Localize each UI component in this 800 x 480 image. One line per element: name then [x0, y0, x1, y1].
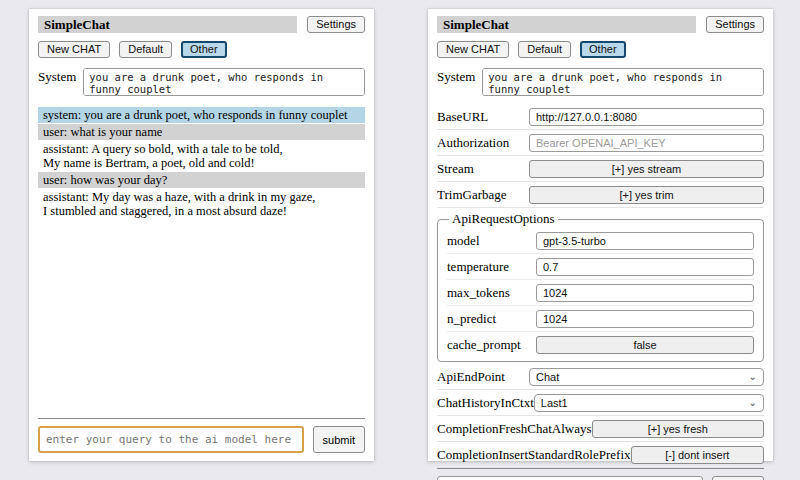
cache-prompt-toggle-button[interactable]: false — [536, 336, 754, 354]
settings-list: BaseURL Authorization Stream [+] yes str… — [437, 104, 764, 468]
query-row: submit — [38, 426, 365, 453]
model-label: model — [447, 233, 480, 249]
apiendpoint-selected-value: Chat — [536, 371, 559, 383]
settings-button[interactable]: Settings — [307, 16, 365, 33]
setting-row-model: model — [447, 228, 754, 254]
query-input[interactable] — [38, 426, 304, 453]
chat-message-assistant: assistant: A query so bold, with a tale … — [38, 141, 365, 171]
chat-messages: system: you are a drunk poet, who respon… — [38, 107, 365, 418]
title-bar: SimpleChat Settings — [38, 16, 365, 33]
query-block: submit — [38, 418, 365, 453]
title-bar: SimpleChat Settings — [437, 16, 764, 33]
api-request-options-legend: ApiRequestOptions — [449, 211, 558, 227]
chat-message-user: user: how was your day? — [38, 172, 365, 188]
setting-row-apiendpoint: ApiEndPoint Chat ⌄ — [437, 364, 764, 390]
setting-row-baseurl: BaseURL — [437, 104, 764, 130]
authorization-label: Authorization — [437, 135, 509, 151]
settings-button[interactable]: Settings — [706, 16, 764, 33]
system-label: System — [38, 68, 76, 96]
new-chat-button[interactable]: New CHAT — [437, 41, 509, 58]
session-buttons-row: New CHAT Default Other — [437, 41, 764, 58]
setting-row-stream: Stream [+] yes stream — [437, 156, 764, 182]
api-request-options-fieldset: ApiRequestOptions model temperature max_… — [437, 211, 764, 362]
submit-button[interactable]: submit — [712, 476, 764, 480]
baseurl-label: BaseURL — [437, 109, 488, 125]
setting-row-n-predict: n_predict — [447, 306, 754, 332]
setting-row-completionfreshchatalways: CompletionFreshChatAlways [+] yes fresh — [437, 416, 764, 442]
max-tokens-input[interactable] — [536, 284, 754, 302]
divider — [38, 418, 365, 419]
chathistoryinctxt-select[interactable]: Last1 ⌄ — [534, 394, 764, 412]
temperature-label: temperature — [447, 259, 509, 275]
settings-panel: SimpleChat Settings New CHAT Default Oth… — [428, 9, 773, 461]
model-input[interactable] — [536, 232, 754, 250]
session-default-button[interactable]: Default — [518, 41, 571, 58]
setting-row-cache-prompt: cache_prompt false — [447, 332, 754, 357]
apiendpoint-label: ApiEndPoint — [437, 369, 505, 385]
completionfreshchatalways-toggle-button[interactable]: [+] yes fresh — [592, 420, 764, 438]
system-prompt-row: System you are a drunk poet, who respond… — [38, 68, 365, 96]
session-default-button[interactable]: Default — [119, 41, 172, 58]
stream-toggle-button[interactable]: [+] yes stream — [529, 160, 764, 178]
trimgarbage-toggle-button[interactable]: [+] yes trim — [529, 186, 764, 204]
session-other-button[interactable]: Other — [181, 41, 227, 58]
completionfreshchatalways-label: CompletionFreshChatAlways — [437, 421, 592, 437]
setting-row-max-tokens: max_tokens — [447, 280, 754, 306]
authorization-input[interactable] — [529, 134, 764, 152]
app-title: SimpleChat — [437, 16, 696, 33]
divider — [437, 468, 764, 469]
new-chat-button[interactable]: New CHAT — [38, 41, 110, 58]
cache-prompt-label: cache_prompt — [447, 337, 521, 353]
system-prompt-row: System you are a drunk poet, who respond… — [437, 68, 764, 96]
stream-label: Stream — [437, 161, 474, 177]
chat-message-assistant: assistant: My day was a haze, with a dri… — [38, 189, 365, 219]
n-predict-input[interactable] — [536, 310, 754, 328]
setting-row-chathistoryinctxt: ChatHistoryInCtxt Last1 ⌄ — [437, 390, 764, 416]
chevron-down-icon: ⌄ — [749, 372, 757, 382]
system-label: System — [437, 68, 475, 96]
submit-button[interactable]: submit — [313, 426, 365, 453]
session-other-button[interactable]: Other — [580, 41, 626, 58]
app-title: SimpleChat — [38, 16, 297, 33]
chat-panel: SimpleChat Settings New CHAT Default Oth… — [29, 9, 374, 461]
query-block: submit — [437, 468, 764, 480]
system-prompt-textarea[interactable]: you are a drunk poet, who responds in fu… — [83, 68, 365, 96]
apiendpoint-select[interactable]: Chat ⌄ — [529, 368, 764, 386]
chathistoryinctxt-selected-value: Last1 — [541, 397, 568, 409]
system-prompt-textarea[interactable]: you are a drunk poet, who responds in fu… — [482, 68, 764, 96]
chat-message-system: system: you are a drunk poet, who respon… — [38, 107, 365, 123]
max-tokens-label: max_tokens — [447, 285, 510, 301]
setting-row-completioninsertstandardroleprefix: CompletionInsertStandardRolePrefix [-] d… — [437, 442, 764, 468]
chathistoryinctxt-label: ChatHistoryInCtxt — [437, 395, 534, 411]
query-row: submit — [437, 476, 764, 480]
n-predict-label: n_predict — [447, 311, 496, 327]
temperature-input[interactable] — [536, 258, 754, 276]
trimgarbage-label: TrimGarbage — [437, 187, 507, 203]
chat-message-user: user: what is your name — [38, 124, 365, 140]
setting-row-authorization: Authorization — [437, 130, 764, 156]
chevron-down-icon: ⌄ — [749, 398, 757, 408]
query-input[interactable] — [437, 476, 703, 480]
setting-row-trimgarbage: TrimGarbage [+] yes trim — [437, 182, 764, 208]
session-buttons-row: New CHAT Default Other — [38, 41, 365, 58]
completioninsertstandardroleprefix-label: CompletionInsertStandardRolePrefix — [437, 447, 631, 463]
baseurl-input[interactable] — [529, 108, 764, 126]
setting-row-temperature: temperature — [447, 254, 754, 280]
completioninsertstandardroleprefix-toggle-button[interactable]: [-] dont insert — [631, 446, 764, 464]
